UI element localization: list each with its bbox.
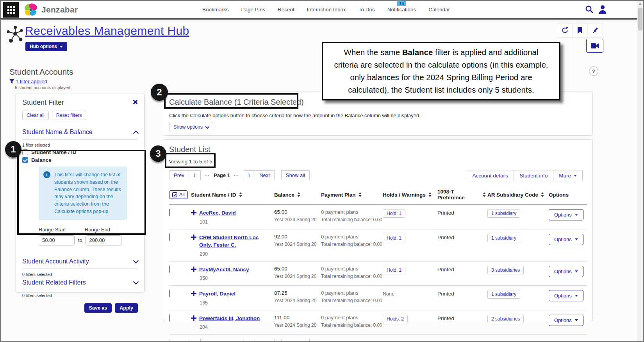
refresh-icon[interactable] <box>557 23 572 37</box>
show-all-button[interactable]: Show all <box>281 339 310 342</box>
subsidiary-badge[interactable]: 1 subsidiary <box>487 234 520 242</box>
holds-badge[interactable]: Hold: 1 <box>383 209 405 218</box>
prev-page-button[interactable]: Prev <box>169 170 189 180</box>
section-student-account-activity[interactable]: Student Account Activity <box>22 258 138 265</box>
student-name-link[interactable]: AccRec, David <box>199 209 236 217</box>
search-icon[interactable] <box>585 5 594 15</box>
options-button[interactable]: Options <box>549 266 583 277</box>
filter-applied-link[interactable]: 1 filter applied <box>16 79 47 84</box>
chevron-down-icon <box>575 214 578 216</box>
reset-filters-button[interactable]: Reset filters <box>52 111 86 120</box>
range-start-input[interactable] <box>39 235 75 245</box>
subsidiary-badge[interactable]: 3 subsidiaries <box>487 266 524 274</box>
expand-plus-icon[interactable] <box>191 315 196 321</box>
video-button[interactable] <box>586 39 603 53</box>
bookmark-icon[interactable] <box>572 23 587 37</box>
student-id: 165 <box>200 300 273 306</box>
expand-plus-icon[interactable] <box>191 235 196 240</box>
balance-filter-info-box: i This filter will change the list of st… <box>39 167 127 220</box>
hub-options-label: Hub options <box>30 44 57 49</box>
student-name-link[interactable]: PayMyAcct3, Nancy <box>199 266 249 274</box>
top-nav: Bookmarks Page Pins Recent Interaction I… <box>202 1 450 18</box>
col-student-name: Student Name / ID <box>191 192 236 198</box>
apply-button[interactable]: Apply <box>115 303 138 313</box>
options-button[interactable]: Options <box>549 209 583 220</box>
nav-interaction-inbox[interactable]: Interaction Inbox <box>307 7 346 13</box>
help-icon[interactable]: ? <box>589 66 598 76</box>
page-title[interactable]: Receivables Management Hub <box>25 24 189 38</box>
close-icon[interactable] <box>132 99 138 105</box>
next-page-button[interactable]: Next <box>255 170 275 180</box>
jenzabar-logo[interactable]: Jenzabar <box>23 2 78 18</box>
options-button[interactable]: Options <box>549 290 583 301</box>
pin-icon[interactable] <box>587 23 603 37</box>
student-id: 204 <box>200 324 273 330</box>
show-options-button[interactable]: Show options <box>169 122 213 132</box>
nav-bookmarks[interactable]: Bookmarks <box>202 7 229 13</box>
save-as-button[interactable]: Save as <box>84 303 112 313</box>
subsidiary-badge[interactable]: 2 subsidiaries <box>487 315 524 323</box>
nav-recent[interactable]: Recent <box>278 7 294 13</box>
user-icon[interactable] <box>598 5 607 16</box>
last-page-button[interactable]: 1 <box>243 339 255 342</box>
row-checkbox[interactable] <box>169 314 170 322</box>
expand-plus-icon[interactable] <box>191 210 196 215</box>
student-name-id-checkbox[interactable] <box>22 149 28 155</box>
more-label: More <box>559 173 571 179</box>
sort-icon[interactable] <box>239 192 242 197</box>
payment-plan-sub: Total remaining balance: 0.00 <box>321 242 381 247</box>
sort-icon[interactable] <box>297 192 300 197</box>
student-info-button[interactable]: Student info <box>514 170 553 181</box>
select-all-button[interactable]: All <box>169 190 188 199</box>
nav-page-pins[interactable]: Page Pins <box>241 7 266 13</box>
section-student-name-balance[interactable]: Student Name & Balance <box>22 129 138 136</box>
1098t-preference: Printed <box>437 291 454 297</box>
page-1-button[interactable]: 1 <box>189 170 201 180</box>
app-grid-button[interactable] <box>3 2 19 18</box>
more-button[interactable]: More <box>553 170 582 181</box>
sort-icon[interactable] <box>359 192 362 197</box>
student-name-link[interactable]: Powerfaids III, Jonathon <box>199 315 260 322</box>
sort-icon[interactable] <box>428 192 432 197</box>
account-details-button[interactable]: Account details <box>467 170 514 181</box>
student-name-link[interactable]: Payroll, Daniel <box>199 290 235 298</box>
balance-checkbox[interactable] <box>22 157 28 163</box>
nav-notifications[interactable]: 19 Notifications <box>387 7 416 13</box>
nav-calendar[interactable]: Calendar <box>428 7 450 13</box>
row-checkbox[interactable] <box>169 209 170 216</box>
balance-value: 111.00 <box>274 315 319 321</box>
scrollbar-up-arrow-icon[interactable] <box>639 3 642 5</box>
nav-to-dos[interactable]: To Dos <box>359 7 375 13</box>
holds-badge[interactable]: Hold: 1 <box>383 266 405 274</box>
section-student-related-filters[interactable]: Student Related Filters <box>22 279 138 286</box>
sort-icon[interactable] <box>541 192 544 197</box>
sort-icon[interactable] <box>483 192 486 197</box>
range-end-input[interactable] <box>86 235 121 245</box>
scrollbar-thumb[interactable] <box>638 8 642 30</box>
options-button[interactable]: Options <box>549 234 583 245</box>
options-button[interactable]: Options <box>549 315 583 326</box>
topbar-divider <box>1 18 637 20</box>
table-row: AccRec, David101 65.00Yesr 2024 Spring 2… <box>169 205 587 229</box>
vertical-scrollbar[interactable] <box>637 1 643 341</box>
select-all-label: All <box>179 192 185 197</box>
show-all-button[interactable]: Show all <box>281 170 310 180</box>
row-checkbox[interactable] <box>169 290 170 297</box>
expand-plus-icon[interactable] <box>191 291 196 296</box>
student-name-link[interactable]: CRM Student North Loc Only, Fester C. <box>199 234 273 249</box>
subsidiary-badge[interactable]: 1 subsidiary <box>487 290 520 299</box>
row-checkbox[interactable] <box>169 265 170 273</box>
page-1-button[interactable]: 1 <box>189 339 201 342</box>
holds-badge[interactable]: Hold: 1 <box>383 234 405 242</box>
expand-plus-icon[interactable] <box>191 267 196 272</box>
subsidiary-badge[interactable]: 1 subsidiary <box>487 209 520 218</box>
pagination-ellipsis: ⋯ <box>204 172 210 178</box>
row-checkbox[interactable] <box>169 233 170 241</box>
next-page-button[interactable]: Next <box>255 339 275 342</box>
payment-plan-sub: Total remaining balance: 0.00 <box>321 298 381 303</box>
hub-options-button[interactable]: Hub options <box>25 42 67 51</box>
holds-badge[interactable]: Holds: 2 <box>383 315 408 323</box>
last-page-button[interactable]: 1 <box>243 170 255 180</box>
clear-all-button[interactable]: Clear all <box>22 111 49 120</box>
prev-page-button[interactable]: Prev <box>169 339 189 342</box>
